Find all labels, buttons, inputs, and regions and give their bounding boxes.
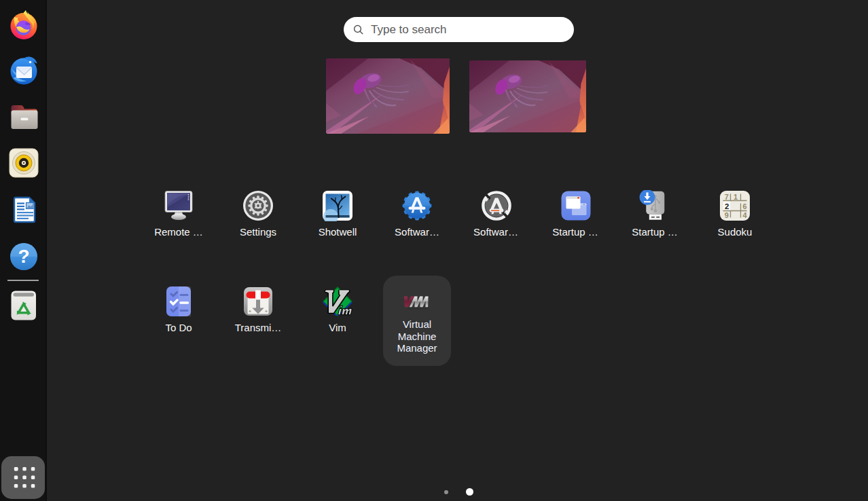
svg-text:6: 6 — [742, 202, 746, 210]
svg-text:2: 2 — [725, 202, 729, 210]
svg-text:?: ? — [18, 246, 29, 267]
svg-text:9: 9 — [725, 211, 729, 219]
svg-text:4: 4 — [742, 211, 747, 219]
svg-text:1: 1 — [734, 193, 738, 201]
svg-text:7: 7 — [725, 193, 729, 201]
